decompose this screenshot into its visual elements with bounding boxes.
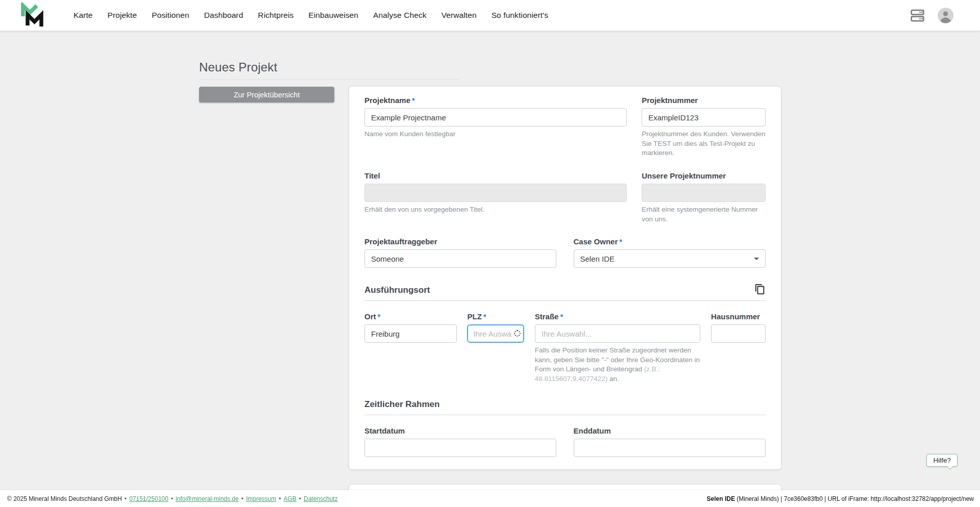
footer-session-details: (Mineral Minds) | 7ce360e83fb0 | URL of … bbox=[735, 495, 974, 502]
mineral-minds-logo-icon bbox=[20, 3, 44, 28]
copy-icon bbox=[754, 283, 766, 295]
projektname-label: Projektname* bbox=[364, 96, 627, 105]
enddatum-input[interactable] bbox=[574, 439, 766, 457]
hausnummer-input[interactable] bbox=[711, 324, 766, 343]
footer-left: © 2025 Mineral Minds Deutschland GmbH • … bbox=[7, 495, 338, 502]
projektname-group: Projektname* Name vom Kunden festlegbar bbox=[364, 96, 627, 139]
unsere-projektnummer-input bbox=[642, 184, 766, 202]
footer-link-datenschutz[interactable]: Datenschutz bbox=[304, 495, 338, 502]
ausfuehrungsort-title: Ausführungsort bbox=[364, 285, 430, 295]
footer-link-impressum[interactable]: Impressum bbox=[246, 495, 276, 502]
unsere-projektnummer-helper: Erhält eine systemgenerierte Nummer von … bbox=[642, 205, 766, 224]
case-owner-label: Case Owner* bbox=[574, 237, 766, 246]
titel-input bbox=[364, 184, 627, 202]
top-navbar: Karte Projekte Positionen Dashboard Rich… bbox=[0, 0, 980, 31]
main-content: Neues Projekt Zur Projektübersicht Proje… bbox=[199, 31, 781, 507]
form-row-dates: Startdatum Enddatum bbox=[364, 426, 766, 457]
user-menu-button[interactable] bbox=[938, 8, 953, 23]
nav-item-positionen[interactable]: Positionen bbox=[152, 11, 189, 20]
title-divider bbox=[199, 79, 459, 80]
projektauftraggeber-input[interactable] bbox=[364, 249, 556, 268]
unsere-projektnummer-label: Unsere Projektnummer bbox=[642, 171, 766, 180]
navbar-right bbox=[911, 8, 953, 23]
ort-input[interactable] bbox=[364, 324, 457, 343]
ausfuehrungsort-section-header: Ausführungsort bbox=[364, 283, 766, 301]
chevron-down-icon bbox=[754, 258, 759, 260]
footer-separator: • bbox=[241, 495, 243, 502]
footer-separator: • bbox=[299, 495, 301, 502]
left-column: Zur Projektübersicht bbox=[199, 87, 334, 103]
plz-group: PLZ* bbox=[467, 312, 524, 343]
footer-link-phone[interactable]: 07151/250100 bbox=[129, 495, 168, 502]
form-row-location: Ort* PLZ* Straße* bbox=[364, 312, 766, 384]
footer-copyright: © 2025 Mineral Minds Deutschland GmbH bbox=[7, 495, 122, 502]
nav-item-verwalten[interactable]: Verwalten bbox=[442, 11, 477, 20]
strasse-input[interactable] bbox=[535, 324, 701, 343]
projektnummer-label: Projektnummer bbox=[642, 96, 766, 105]
footer-separator: • bbox=[125, 495, 127, 502]
footer-separator: • bbox=[171, 495, 173, 502]
mineral-minds-logo[interactable] bbox=[20, 2, 45, 29]
copy-location-button[interactable] bbox=[754, 283, 766, 295]
required-marker: * bbox=[378, 312, 381, 321]
help-button[interactable]: Hilfe? bbox=[926, 454, 958, 467]
server-status-button[interactable] bbox=[911, 9, 924, 22]
nav-item-einbauweisen[interactable]: Einbauweisen bbox=[308, 11, 358, 20]
nav-item-richtpreis[interactable]: Richtpreis bbox=[258, 11, 293, 20]
hausnummer-group: Hausnummer bbox=[711, 312, 766, 343]
project-form-card: Projektname* Name vom Kunden festlegbar … bbox=[349, 87, 781, 469]
nav-item-dashboard[interactable]: Dashboard bbox=[204, 11, 243, 20]
titel-label: Titel bbox=[364, 171, 627, 180]
projektnummer-helper: Projektnummer des Kunden. Verwenden Sie … bbox=[642, 130, 766, 158]
hausnummer-label: Hausnummer bbox=[711, 312, 766, 321]
projektname-input[interactable] bbox=[364, 108, 627, 126]
nav-item-analyse-check[interactable]: Analyse Check bbox=[373, 11, 427, 20]
plz-label: PLZ* bbox=[467, 312, 524, 321]
footer-session-info: Selen IDE (Mineral Minds) | 7ce360e83fb0… bbox=[707, 495, 974, 502]
app-viewport: Karte Projekte Positionen Dashboard Rich… bbox=[0, 0, 980, 507]
form-row-titel-unsere-nummer: Titel Erhält den von uns vorgegebenen Ti… bbox=[364, 171, 766, 224]
user-avatar-icon bbox=[938, 8, 953, 23]
project-overview-button[interactable]: Zur Projektübersicht bbox=[199, 87, 334, 103]
ort-label: Ort* bbox=[364, 312, 457, 321]
strasse-label: Straße* bbox=[535, 312, 701, 321]
zeitlicher-rahmen-section-header: Zeitlicher Rahmen bbox=[364, 399, 766, 415]
enddatum-label: Enddatum bbox=[574, 426, 766, 435]
case-owner-group: Case Owner* Selen IDE bbox=[574, 237, 766, 268]
form-column: Projektname* Name vom Kunden festlegbar … bbox=[349, 87, 781, 507]
nav-item-so-funktionierts[interactable]: So funktioniert's bbox=[492, 11, 549, 20]
startdatum-label: Startdatum bbox=[364, 426, 556, 435]
projektnummer-input[interactable] bbox=[642, 108, 766, 126]
startdatum-input[interactable] bbox=[364, 439, 556, 457]
footer-separator: • bbox=[279, 495, 281, 502]
titel-helper: Erhält den von uns vorgegebenen Titel. bbox=[364, 205, 627, 215]
projektauftraggeber-group: Projektauftraggeber bbox=[364, 237, 556, 268]
main-navigation: Karte Projekte Positionen Dashboard Rich… bbox=[74, 11, 548, 20]
footer: © 2025 Mineral Minds Deutschland GmbH • … bbox=[0, 490, 980, 507]
server-icon bbox=[911, 9, 924, 22]
strasse-group: Straße* Falls die Position keiner Straße… bbox=[535, 312, 701, 384]
ort-group: Ort* bbox=[364, 312, 457, 343]
zeitlicher-rahmen-title: Zeitlicher Rahmen bbox=[364, 399, 439, 410]
case-owner-selected-value: Selen IDE bbox=[580, 255, 615, 263]
required-marker: * bbox=[412, 96, 415, 105]
startdatum-group: Startdatum bbox=[364, 426, 556, 457]
footer-link-email[interactable]: info@mineral-minds.de bbox=[176, 495, 239, 502]
required-marker: * bbox=[483, 312, 486, 321]
projektauftraggeber-label: Projektauftraggeber bbox=[364, 237, 556, 246]
projektnummer-group: Projektnummer Projektnummer des Kunden. … bbox=[642, 96, 766, 158]
form-row-name-number: Projektname* Name vom Kunden festlegbar … bbox=[364, 96, 766, 158]
projektname-helper: Name vom Kunden festlegbar bbox=[364, 130, 627, 139]
page-title: Neues Projekt bbox=[199, 60, 781, 74]
strasse-helper: Falls die Position keiner Straße zugeord… bbox=[535, 346, 701, 384]
titel-group: Titel Erhält den von uns vorgegebenen Ti… bbox=[364, 171, 627, 215]
footer-link-agb[interactable]: AGB bbox=[283, 495, 296, 502]
case-owner-select[interactable]: Selen IDE bbox=[574, 249, 766, 268]
enddatum-group: Enddatum bbox=[574, 426, 766, 457]
unsere-projektnummer-group: Unsere Projektnummer Erhält eine systemg… bbox=[642, 171, 766, 224]
nav-item-projekte[interactable]: Projekte bbox=[108, 11, 137, 20]
required-marker: * bbox=[560, 312, 563, 321]
nav-item-karte[interactable]: Karte bbox=[74, 11, 93, 20]
form-row-auftraggeber-owner: Projektauftraggeber Case Owner* Selen ID… bbox=[364, 237, 766, 268]
required-marker: * bbox=[619, 237, 622, 246]
